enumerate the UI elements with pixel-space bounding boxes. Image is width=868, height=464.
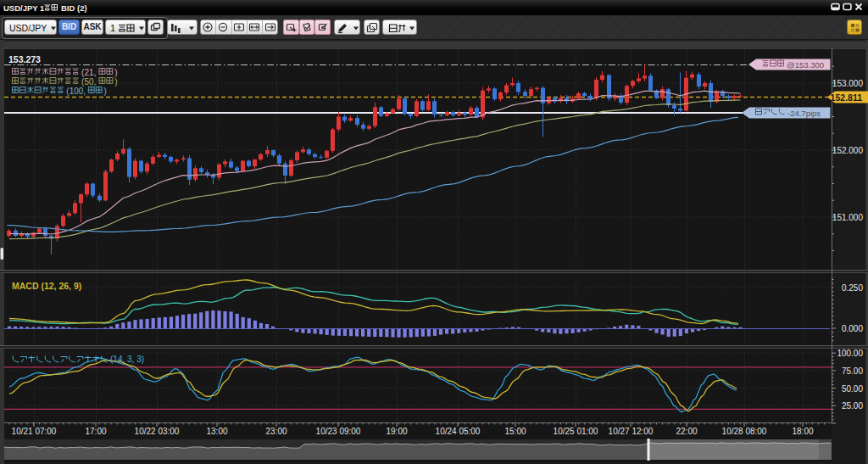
svg-text:): ) bbox=[104, 87, 107, 96]
svg-text:(14, 3, 3): (14, 3, 3) bbox=[110, 355, 144, 364]
svg-text:13:00: 13:00 bbox=[206, 427, 227, 436]
svg-text:1: 1 bbox=[110, 23, 115, 33]
svg-text:10/21 07:00: 10/21 07:00 bbox=[12, 427, 57, 436]
svg-text:153.273: 153.273 bbox=[8, 54, 41, 64]
svg-text:0.000: 0.000 bbox=[842, 324, 863, 333]
svg-text:(100,: (100, bbox=[66, 87, 86, 96]
svg-text:151.000: 151.000 bbox=[832, 213, 864, 222]
svg-text:BID (2): BID (2) bbox=[61, 3, 87, 13]
svg-text:152.811: 152.811 bbox=[831, 92, 863, 103]
svg-text:10/22 03:00: 10/22 03:00 bbox=[135, 427, 180, 436]
svg-text:50.00: 50.00 bbox=[842, 384, 863, 394]
svg-text:10/28 08:00: 10/28 08:00 bbox=[722, 427, 767, 436]
svg-text:@153.300: @153.300 bbox=[787, 60, 824, 70]
svg-text:): ) bbox=[114, 68, 117, 77]
svg-text:-24.7pips: -24.7pips bbox=[787, 109, 821, 118]
svg-text:17:00: 17:00 bbox=[85, 427, 106, 436]
svg-text:22:00: 22:00 bbox=[676, 427, 697, 436]
svg-text:MACD (12, 26, 9): MACD (12, 26, 9) bbox=[12, 281, 81, 291]
svg-text:18:00: 18:00 bbox=[792, 427, 813, 436]
svg-text:10/23 09:00: 10/23 09:00 bbox=[316, 427, 361, 436]
svg-text:0.250: 0.250 bbox=[842, 283, 863, 293]
svg-text:10/25 01:00: 10/25 01:00 bbox=[554, 427, 598, 436]
svg-text:153.000: 153.000 bbox=[832, 79, 864, 88]
svg-text:10/24 05:00: 10/24 05:00 bbox=[436, 427, 481, 436]
svg-text:15:00: 15:00 bbox=[504, 427, 526, 436]
svg-text:25.00: 25.00 bbox=[842, 401, 863, 411]
svg-text:152.000: 152.000 bbox=[832, 146, 864, 155]
svg-text:10/27 12:00: 10/27 12:00 bbox=[609, 427, 654, 436]
svg-text:19:00: 19:00 bbox=[386, 427, 407, 436]
svg-text:USD/JPY 1: USD/JPY 1 bbox=[3, 3, 45, 13]
svg-text:(21,: (21, bbox=[81, 68, 96, 77]
svg-text:100.00: 100.00 bbox=[837, 349, 863, 358]
svg-text:(50,: (50, bbox=[81, 77, 96, 87]
svg-text:): ) bbox=[114, 77, 117, 87]
svg-text:23:00: 23:00 bbox=[265, 427, 287, 436]
svg-text:75.00: 75.00 bbox=[842, 366, 863, 376]
